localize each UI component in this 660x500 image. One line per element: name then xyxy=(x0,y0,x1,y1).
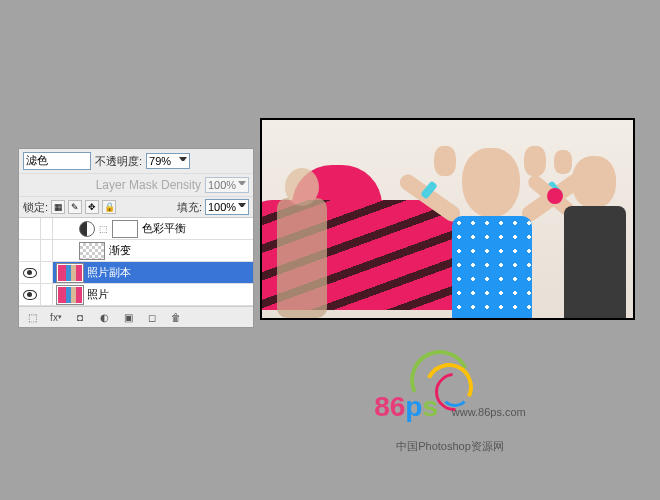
link-col xyxy=(41,218,53,239)
opacity-value: 79% xyxy=(149,155,171,167)
delete-layer-icon[interactable]: 🗑 xyxy=(169,311,183,323)
mask-thumb[interactable] xyxy=(112,220,138,238)
opacity-label: 不透明度: xyxy=(95,154,142,169)
chevron-down-icon xyxy=(179,157,187,165)
watermark-logo: 86ps www.86ps.com 中国Photoshop资源网 xyxy=(300,345,600,465)
chevron-down-icon xyxy=(238,203,246,211)
new-group-icon[interactable]: ▣ xyxy=(121,311,135,323)
layer-name: 照片副本 xyxy=(87,265,131,280)
layer-name: 渐变 xyxy=(109,243,131,258)
layer-main: 渐变 xyxy=(53,240,253,261)
link-col xyxy=(41,284,53,305)
adjustment-layer-icon[interactable]: ◐ xyxy=(97,311,111,323)
layer-list: ⬚ 色彩平衡 渐变 照片副本 xyxy=(19,218,253,306)
bg-figure-right xyxy=(552,138,635,318)
opacity-input[interactable]: 79% xyxy=(146,153,190,169)
gradient-thumb[interactable] xyxy=(79,242,105,260)
visibility-toggle[interactable] xyxy=(19,240,41,261)
blend-opacity-row: 滤色 不透明度: 79% xyxy=(19,149,253,174)
lock-all-icon[interactable]: 🔒 xyxy=(102,200,116,214)
logo-tagline: 中国Photoshop资源网 xyxy=(300,439,600,454)
lock-move-icon[interactable]: ✥ xyxy=(85,200,99,214)
lock-row: 锁定: ▦ ✎ ✥ 🔒 填充: 100% xyxy=(19,197,253,218)
visibility-toggle[interactable] xyxy=(19,262,41,283)
mask-density-label: Layer Mask Density xyxy=(96,178,201,192)
layer-name: 色彩平衡 xyxy=(142,221,186,236)
color-balance-icon xyxy=(79,221,95,237)
eye-icon xyxy=(23,268,37,278)
lock-transparency-icon[interactable]: ▦ xyxy=(51,200,65,214)
fill-input[interactable]: 100% xyxy=(205,199,249,215)
logo-url: www.86ps.com xyxy=(452,406,526,418)
layer-name: 照片 xyxy=(87,287,109,302)
visibility-toggle[interactable] xyxy=(19,218,41,239)
mask-density-row: Layer Mask Density 100% xyxy=(19,174,253,197)
layer-row-photo-copy[interactable]: 照片副本 xyxy=(19,262,253,284)
layer-main: 照片 xyxy=(53,284,253,305)
link-layers-icon[interactable]: ⬚ xyxy=(25,311,39,323)
fill-label: 填充: xyxy=(177,200,202,215)
blend-mode-select[interactable]: 滤色 xyxy=(23,152,91,170)
layer-main-selected: 照片副本 xyxy=(53,262,253,283)
mask-density-input: 100% xyxy=(205,177,249,193)
layer-row-color-balance[interactable]: ⬚ 色彩平衡 xyxy=(19,218,253,240)
lock-brush-icon[interactable]: ✎ xyxy=(68,200,82,214)
layer-row-photo[interactable]: 照片 xyxy=(19,284,253,306)
new-layer-icon[interactable]: ◻ xyxy=(145,311,159,323)
blend-mode-value: 滤色 xyxy=(26,154,48,166)
add-mask-icon[interactable]: ◘ xyxy=(73,311,87,323)
mask-density-value: 100% xyxy=(208,179,236,191)
photo-scene xyxy=(262,120,633,318)
eye-icon xyxy=(23,290,37,300)
panel-bottom-bar: ⬚ fx▾ ◘ ◐ ▣ ◻ 🗑 xyxy=(19,306,253,327)
layer-style-icon[interactable]: fx▾ xyxy=(49,311,63,323)
layers-panel: 滤色 不透明度: 79% Layer Mask Density 100% 锁定:… xyxy=(18,148,254,328)
visibility-toggle[interactable] xyxy=(19,284,41,305)
link-col xyxy=(41,240,53,261)
fill-value: 100% xyxy=(208,201,236,213)
link-icon: ⬚ xyxy=(99,224,108,234)
lock-label: 锁定: xyxy=(23,200,48,215)
logo-text: 86ps www.86ps.com xyxy=(300,391,600,423)
photo-thumb[interactable] xyxy=(57,286,83,304)
link-col xyxy=(41,262,53,283)
layer-main: ⬚ 色彩平衡 xyxy=(53,218,253,239)
layer-row-gradient[interactable]: 渐变 xyxy=(19,240,253,262)
chevron-down-icon xyxy=(238,181,246,189)
photo-thumb[interactable] xyxy=(57,264,83,282)
bg-figure-left xyxy=(260,158,347,318)
image-preview xyxy=(260,118,635,320)
